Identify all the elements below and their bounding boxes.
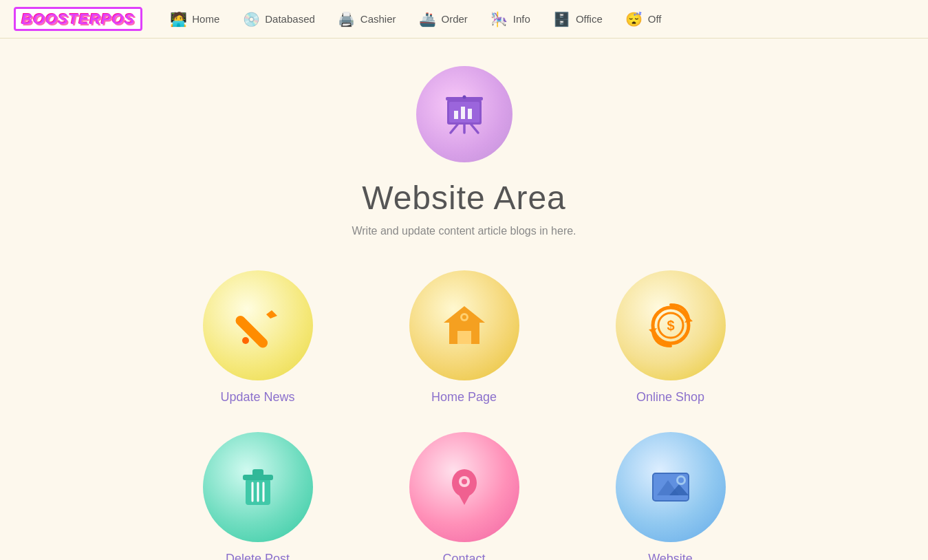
page-title: Website Area	[362, 179, 566, 217]
page-subtitle: Write and update content article blogs i…	[352, 225, 576, 237]
grid-label-website: Website	[648, 552, 693, 560]
nav-label-office: Office	[576, 13, 603, 25]
grid-label-contact: Contact	[442, 552, 485, 560]
nav-label-off: Off	[648, 13, 662, 25]
nav-icon-order: 🚢	[418, 10, 438, 29]
svg-rect-26	[252, 469, 263, 476]
grid-circle-update-news	[203, 270, 313, 380]
svg-point-33	[462, 479, 467, 484]
nav-icon-databased: 💿	[241, 10, 261, 29]
svg-rect-16	[460, 333, 469, 343]
svg-point-6	[462, 96, 466, 99]
grid-label-update-news: Update News	[220, 390, 294, 405]
nav-item-home[interactable]: 🧑‍💻Home	[159, 4, 229, 34]
svg-point-18	[462, 315, 466, 319]
grid-item-website[interactable]: Website	[595, 432, 746, 560]
grid-label-online-shop: Online Shop	[636, 390, 704, 405]
main-content: Website Area Write and update content ar…	[0, 39, 928, 560]
grid: Update News Home Page $	[182, 270, 746, 560]
nav-item-office[interactable]: 🗄️Office	[543, 4, 612, 34]
svg-text:$: $	[667, 318, 674, 333]
grid-item-home-page[interactable]: Home Page	[389, 270, 540, 405]
nav-item-cashier[interactable]: 🖨️Cashier	[327, 4, 406, 34]
grid-item-contact[interactable]: Contact	[389, 432, 540, 560]
nav-label-cashier: Cashier	[360, 13, 396, 25]
svg-rect-3	[461, 107, 465, 119]
nav-icon-info: 🎠	[490, 10, 509, 29]
svg-point-12	[242, 337, 249, 344]
svg-marker-11	[266, 310, 277, 319]
grid-circle-home-page	[409, 270, 519, 380]
grid-circle-contact	[409, 432, 519, 542]
nav-icon-cashier: 🖨️	[337, 10, 356, 29]
nav-icon-office: 🗄️	[552, 10, 572, 29]
grid-circle-website	[616, 432, 726, 542]
svg-line-7	[451, 125, 457, 133]
grid-item-delete-post[interactable]: Delete Post	[182, 432, 334, 560]
nav-icon-off: 😴	[625, 10, 644, 29]
navbar: BOOSTERPOS 🧑‍💻Home💿Databased🖨️Cashier🚢Or…	[0, 0, 928, 39]
grid-item-update-news[interactable]: Update News	[182, 270, 334, 405]
nav-item-databased[interactable]: 💿Databased	[232, 4, 325, 34]
svg-marker-31	[456, 490, 473, 505]
grid-label-delete-post: Delete Post	[226, 552, 290, 560]
nav-icon-home: 🧑‍💻	[169, 10, 188, 29]
nav-label-databased: Databased	[265, 13, 315, 25]
nav-item-off[interactable]: 😴Off	[615, 4, 671, 34]
nav-label-info: Info	[513, 13, 530, 25]
nav-label-home: Home	[192, 13, 219, 25]
nav-item-order[interactable]: 🚢Order	[409, 4, 477, 34]
hero-icon-circle	[416, 66, 512, 162]
nav-item-info[interactable]: 🎠Info	[480, 4, 540, 34]
grid-label-home-page: Home Page	[431, 390, 497, 405]
grid-circle-delete-post	[203, 432, 313, 542]
svg-line-8	[471, 125, 478, 133]
presentation-board-icon	[440, 90, 488, 138]
logo-text: BOOSTERPOS	[14, 7, 142, 31]
svg-rect-4	[468, 109, 472, 119]
logo: BOOSTERPOS	[14, 10, 142, 28]
grid-circle-online-shop: $	[616, 270, 726, 380]
svg-point-39	[678, 477, 684, 483]
grid-item-online-shop[interactable]: $ Online Shop	[595, 270, 746, 405]
svg-rect-10	[233, 314, 269, 349]
nav-label-order: Order	[442, 13, 468, 25]
svg-rect-2	[454, 111, 458, 119]
